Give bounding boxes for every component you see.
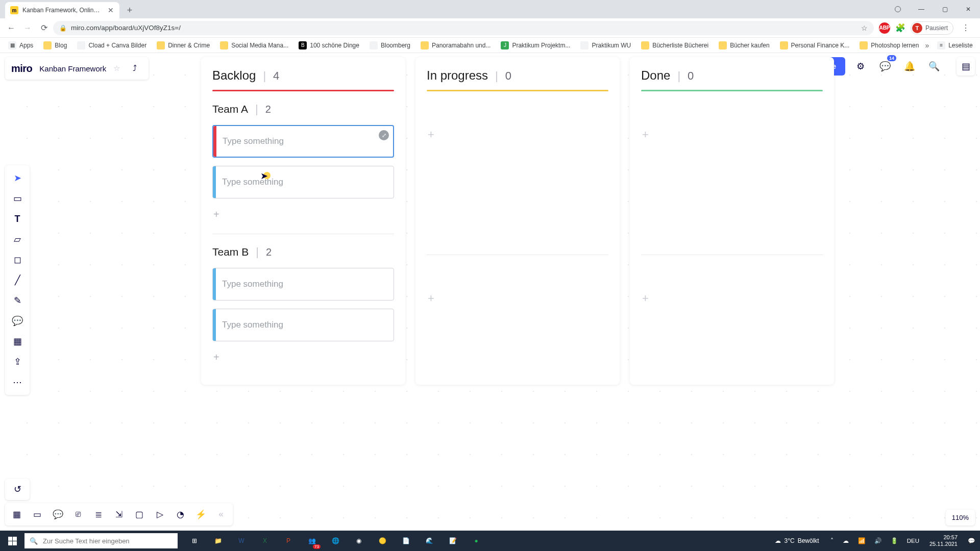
- chrome-account-dot[interactable]: [886, 0, 910, 18]
- embed-icon[interactable]: ▢: [130, 505, 149, 523]
- select-tool-icon[interactable]: ➤: [7, 168, 28, 188]
- battery-icon[interactable]: 🔋: [888, 537, 901, 544]
- explorer-icon[interactable]: 📁: [206, 531, 230, 551]
- tray-chevron-icon[interactable]: ˄: [827, 537, 837, 544]
- add-card-button[interactable]: +: [427, 289, 608, 305]
- sticky-tool-icon[interactable]: ▱: [7, 230, 28, 249]
- apps-shortcut[interactable]: ▦Apps: [4, 39, 37, 52]
- add-card-button[interactable]: +: [212, 207, 394, 222]
- pen-tool-icon[interactable]: ✎: [7, 291, 28, 310]
- timer-icon[interactable]: ◔: [170, 505, 190, 523]
- new-tab-button[interactable]: +: [122, 3, 137, 17]
- line-tool-icon[interactable]: ╱: [7, 270, 28, 290]
- text-tool-icon[interactable]: T: [7, 209, 28, 229]
- bookmarks-overflow-icon[interactable]: »: [925, 41, 929, 49]
- bookmark-item[interactable]: Panoramabahn und...: [416, 39, 495, 52]
- add-card-button[interactable]: +: [641, 289, 823, 305]
- reading-list-button[interactable]: ≡Leseliste: [933, 39, 976, 52]
- chat-icon[interactable]: 💬: [48, 505, 67, 523]
- board-name[interactable]: Kanban Framework: [39, 64, 106, 73]
- bookmark-item[interactable]: Bloomberg: [365, 39, 414, 52]
- excel-icon[interactable]: X: [253, 531, 277, 551]
- extensions-icon[interactable]: 🧩: [895, 23, 905, 33]
- bolt-icon[interactable]: ⚡: [191, 505, 210, 523]
- forward-button[interactable]: →: [20, 21, 35, 35]
- start-button[interactable]: [0, 531, 24, 551]
- app-icon[interactable]: 🟡: [371, 531, 394, 551]
- comment-tool-icon[interactable]: 💬: [7, 311, 28, 331]
- comments-icon[interactable]: 💬14: [876, 57, 894, 76]
- kanban-card[interactable]: Type something: [212, 166, 394, 198]
- column-done[interactable]: Done | 0 + +: [630, 57, 834, 385]
- expand-card-icon[interactable]: ⤢: [379, 130, 389, 140]
- column-in-progress[interactable]: In progress | 0 + +: [415, 57, 620, 385]
- screenshare-icon[interactable]: ⎚: [68, 505, 88, 523]
- frames-panel-icon[interactable]: ▦: [7, 505, 27, 523]
- column-backlog[interactable]: Backlog | 4 Team A | 2 Type something ⤢ …: [201, 57, 405, 385]
- taskbar-search[interactable]: 🔍 Zur Suche Text hier eingeben: [24, 533, 178, 548]
- card-placeholder[interactable]: Type something: [222, 279, 283, 289]
- bookmark-item[interactable]: JPraktikum Projektm...: [497, 39, 574, 52]
- miro-logo[interactable]: miro: [11, 63, 32, 74]
- volume-icon[interactable]: 🔊: [871, 537, 885, 544]
- card-placeholder[interactable]: Type something: [222, 177, 283, 187]
- bookmark-item[interactable]: Bücherliste Bücherei: [637, 39, 713, 52]
- spotify-icon[interactable]: ●: [464, 531, 488, 551]
- bookmark-item[interactable]: Praktikum WU: [576, 39, 635, 52]
- undo-tool-icon[interactable]: ↺: [5, 479, 30, 500]
- obs-icon[interactable]: ◉: [347, 531, 371, 551]
- notepad-icon[interactable]: 📝: [441, 531, 464, 551]
- bookmark-item[interactable]: B100 schöne Dinge: [295, 39, 363, 52]
- minimize-button[interactable]: ―: [910, 0, 933, 18]
- card-icon[interactable]: ≣: [89, 505, 108, 523]
- present-icon[interactable]: ▭: [28, 505, 47, 523]
- powerpoint-icon[interactable]: P: [277, 531, 300, 551]
- bookmark-item[interactable]: Bücher kaufen: [715, 39, 773, 52]
- collapse-toolbar-icon[interactable]: «: [211, 505, 231, 523]
- browser-tab[interactable]: m Kanban Framework, Online Whit... ✕: [5, 2, 119, 18]
- settings-icon[interactable]: ⚙: [851, 57, 870, 76]
- notifications-icon[interactable]: 💬: [965, 537, 978, 544]
- bell-icon[interactable]: 🔔: [900, 57, 919, 76]
- star-icon[interactable]: ☆: [113, 64, 120, 73]
- zoom-level[interactable]: 110%: [946, 510, 975, 525]
- back-button[interactable]: ←: [4, 21, 18, 35]
- export-board-icon[interactable]: ⇲: [109, 505, 129, 523]
- profile-pill[interactable]: T Pausiert: [911, 21, 953, 35]
- card-placeholder[interactable]: Type something: [223, 136, 284, 146]
- templates-tool-icon[interactable]: ▭: [7, 189, 28, 208]
- bookmark-item[interactable]: Cload + Canva Bilder: [73, 39, 151, 52]
- shape-tool-icon[interactable]: ◻: [7, 250, 28, 269]
- search-icon[interactable]: 🔍: [925, 57, 943, 76]
- frame-tool-icon[interactable]: ▦: [7, 332, 28, 351]
- kanban-card[interactable]: Type something ⤢: [212, 125, 394, 158]
- export-icon[interactable]: ⤴: [127, 64, 142, 73]
- abp-extension-icon[interactable]: ABP: [879, 22, 890, 34]
- reload-button[interactable]: ⟳: [37, 21, 51, 35]
- teams-icon[interactable]: 👥73: [300, 531, 324, 551]
- bookmark-item[interactable]: Photoshop lernen: [855, 39, 923, 52]
- more-tools-icon[interactable]: ⋯: [7, 372, 28, 392]
- add-card-button[interactable]: +: [212, 349, 394, 365]
- taskview-icon[interactable]: ⊞: [183, 531, 206, 551]
- kanban-card[interactable]: Type something: [212, 268, 394, 300]
- add-card-button[interactable]: +: [641, 125, 823, 141]
- clock[interactable]: 20:57 25.11.2021: [925, 534, 962, 547]
- app-icon[interactable]: 📄: [394, 531, 418, 551]
- chrome-icon[interactable]: 🌐: [324, 531, 347, 551]
- bookmark-item[interactable]: Personal Finance K...: [776, 39, 854, 52]
- word-icon[interactable]: W: [230, 531, 253, 551]
- card-placeholder[interactable]: Type something: [222, 320, 283, 330]
- video-icon[interactable]: ▷: [150, 505, 169, 523]
- maximize-button[interactable]: ▢: [933, 0, 957, 18]
- kanban-card[interactable]: Type something: [212, 309, 394, 341]
- add-card-button[interactable]: +: [427, 125, 608, 141]
- weather-widget[interactable]: ☁ 3°C Bewölkt: [770, 537, 824, 544]
- activity-panel-icon[interactable]: ▤: [957, 57, 975, 76]
- star-bookmark-icon[interactable]: ☆: [861, 24, 868, 32]
- edge-icon[interactable]: 🌊: [418, 531, 441, 551]
- language-indicator[interactable]: DEU: [904, 538, 922, 544]
- close-tab-icon[interactable]: ✕: [107, 7, 114, 14]
- chrome-menu-icon[interactable]: ⋮: [959, 21, 973, 35]
- upload-tool-icon[interactable]: ⇪: [7, 352, 28, 371]
